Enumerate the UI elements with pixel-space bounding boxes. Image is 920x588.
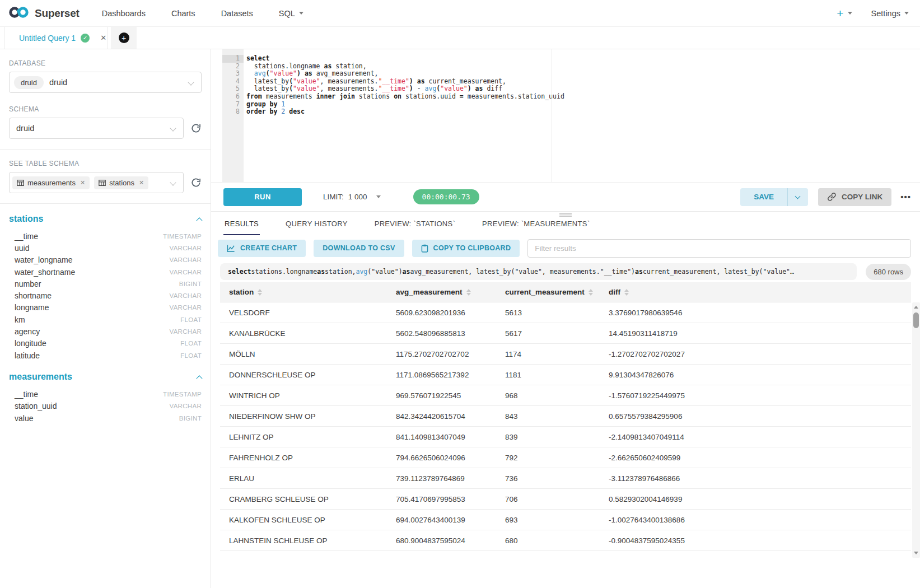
line-number: 6 bbox=[222, 93, 244, 101]
collapse-icon[interactable] bbox=[196, 217, 202, 223]
tab-preview-stations[interactable]: PREVIEW: `STATIONS` bbox=[373, 220, 456, 235]
run-button[interactable]: RUN bbox=[223, 188, 302, 206]
sort-icon[interactable] bbox=[589, 289, 593, 296]
sql-token: group by bbox=[246, 100, 277, 108]
sql-editor[interactable]: 12345678 select stations.longname as sta… bbox=[211, 49, 920, 183]
column-row: latitudeFLOAT bbox=[9, 349, 202, 361]
query-success-icon: ✓ bbox=[81, 34, 90, 43]
table-cell: 680 bbox=[496, 536, 600, 545]
nav-item-sql[interactable]: SQL bbox=[279, 9, 303, 18]
sql-token: 1 bbox=[281, 100, 285, 108]
code-line[interactable]: from measurements inner join stations on… bbox=[246, 93, 920, 101]
nav-item-dashboards[interactable]: Dashboards bbox=[102, 9, 146, 18]
code-line[interactable]: latest_by("value", measurements."__time"… bbox=[246, 85, 920, 93]
download-csv-button[interactable]: DOWNLOAD TO CSV bbox=[314, 240, 404, 257]
table-tag-stations[interactable]: stations ✕ bbox=[94, 176, 148, 189]
table-cell: FAHRENHOLZ OP bbox=[220, 454, 387, 462]
column-header-station[interactable]: station bbox=[220, 282, 387, 302]
column-header-diff[interactable]: diff bbox=[600, 282, 911, 302]
table-icon bbox=[17, 179, 24, 186]
tab-results[interactable]: RESULTS bbox=[223, 220, 260, 235]
table-row: NIEDERFINOW SHW OP842.34244206157048430.… bbox=[220, 406, 911, 427]
editor-code[interactable]: select stations.longname as station, avg… bbox=[244, 49, 920, 182]
schema-label: SCHEMA bbox=[9, 105, 202, 113]
close-icon[interactable]: ✕ bbox=[80, 179, 85, 186]
table-row: KANALBRÜCKE5602.548096885813561714.45190… bbox=[220, 323, 911, 344]
code-line[interactable]: latest_by("value", measurements."__time"… bbox=[246, 78, 920, 86]
code-line[interactable]: group by 1 bbox=[246, 101, 920, 109]
code-line[interactable]: select bbox=[246, 55, 920, 63]
schema-table-name[interactable]: measurements bbox=[9, 372, 72, 382]
table-cell: -2.662650602409599 bbox=[600, 454, 911, 462]
save-dropdown-button[interactable] bbox=[788, 188, 808, 206]
sort-icon[interactable] bbox=[624, 289, 629, 296]
refresh-schema-icon[interactable] bbox=[190, 123, 202, 134]
create-chart-button[interactable]: CREATE CHART bbox=[218, 240, 306, 257]
column-header-current-measurement[interactable]: current_measurement bbox=[496, 282, 600, 302]
results-table: station avg_measurement current_measurem… bbox=[220, 282, 920, 558]
line-number: 1 bbox=[222, 55, 244, 63]
copy-link-button[interactable]: COPY LINK bbox=[818, 188, 891, 206]
column-list: __timeTIMESTAMPuuidVARCHARwater_longname… bbox=[9, 230, 202, 361]
sql-token: diff bbox=[483, 85, 502, 92]
sql-token: measurements.station_uuid bbox=[464, 92, 564, 100]
tab-query-history[interactable]: QUERY HISTORY bbox=[284, 220, 349, 235]
table-cell: KALKOFEN SCHLEUSE OP bbox=[220, 516, 387, 524]
column-name: number bbox=[15, 279, 41, 288]
chevron-down-icon bbox=[188, 79, 194, 85]
add-tab-button[interactable]: + bbox=[111, 27, 137, 49]
schema-table-name[interactable]: stations bbox=[9, 214, 43, 224]
query-tab-label[interactable]: Untitled Query 1 bbox=[19, 34, 76, 43]
chevron-down-icon bbox=[904, 12, 909, 15]
settings-menu[interactable]: Settings bbox=[871, 9, 909, 18]
line-number: 2 bbox=[222, 63, 244, 71]
filter-results-input[interactable] bbox=[527, 239, 911, 258]
table-select[interactable]: measurements ✕ stations ✕ bbox=[9, 172, 184, 193]
scrollbar[interactable] bbox=[912, 302, 920, 558]
sql-token: "value" bbox=[293, 85, 320, 92]
column-row: water_shortnameVARCHAR bbox=[9, 266, 202, 278]
sql-token: order by bbox=[246, 108, 277, 115]
table-cell: 1175.2702702702702 bbox=[387, 350, 496, 358]
sort-icon[interactable] bbox=[466, 289, 471, 296]
nav-item-charts[interactable]: Charts bbox=[171, 9, 195, 18]
column-header-label: station bbox=[229, 288, 254, 296]
schema-select[interactable]: druid bbox=[9, 118, 184, 139]
tab-preview-measurements[interactable]: PREVIEW: `MEASUREMENTS` bbox=[481, 220, 591, 235]
column-header-avg-measurement[interactable]: avg_measurement bbox=[387, 282, 496, 302]
table-cell: 706 bbox=[496, 495, 600, 503]
table-row: LEHNITZ OP841.1409813407049839-2.1409813… bbox=[220, 427, 911, 447]
close-icon[interactable]: ✕ bbox=[100, 34, 106, 42]
divider bbox=[0, 149, 211, 150]
table-cell: 5613 bbox=[496, 309, 600, 317]
new-menu-button[interactable]: + bbox=[837, 7, 852, 19]
code-line[interactable]: avg("value") as avg_measurement, bbox=[246, 70, 920, 78]
copy-clipboard-button[interactable]: COPY TO CLIPBOARD bbox=[412, 240, 520, 257]
column-row: shortnameVARCHAR bbox=[9, 290, 202, 301]
sql-token: as bbox=[317, 268, 325, 276]
line-number: 4 bbox=[222, 78, 244, 86]
table-cell: -1.5760719225449975 bbox=[600, 391, 911, 400]
scroll-up-icon[interactable] bbox=[914, 306, 918, 309]
table-tag-measurements[interactable]: measurements ✕ bbox=[12, 176, 90, 189]
collapse-icon[interactable] bbox=[196, 376, 202, 382]
more-actions-button[interactable]: ••• bbox=[900, 192, 911, 202]
code-line[interactable]: stations.longname as station, bbox=[246, 63, 920, 71]
save-button[interactable]: SAVE bbox=[740, 188, 787, 206]
limit-dropdown[interactable]: LIMIT: 1 000 bbox=[323, 193, 381, 201]
sql-token bbox=[413, 77, 417, 85]
refresh-tables-icon[interactable] bbox=[190, 177, 202, 188]
splitter-drag-handle[interactable] bbox=[559, 213, 572, 218]
close-icon[interactable]: ✕ bbox=[139, 179, 144, 186]
sort-icon[interactable] bbox=[258, 289, 262, 296]
database-select[interactable]: druid druid bbox=[9, 72, 202, 93]
code-line[interactable]: order by 2 desc bbox=[246, 108, 920, 116]
nav-item-datasets[interactable]: Datasets bbox=[221, 9, 253, 18]
query-tab[interactable]: Untitled Query 1 ✓ ✕ bbox=[4, 27, 108, 49]
scrollbar-thumb[interactable] bbox=[913, 312, 919, 328]
column-type: BIGINT bbox=[179, 281, 202, 287]
scroll-down-icon[interactable] bbox=[914, 552, 918, 554]
superset-brand[interactable]: Superset bbox=[8, 5, 80, 22]
sql-token: as bbox=[417, 77, 425, 85]
table-cell: 5602.548096885813 bbox=[387, 329, 496, 338]
